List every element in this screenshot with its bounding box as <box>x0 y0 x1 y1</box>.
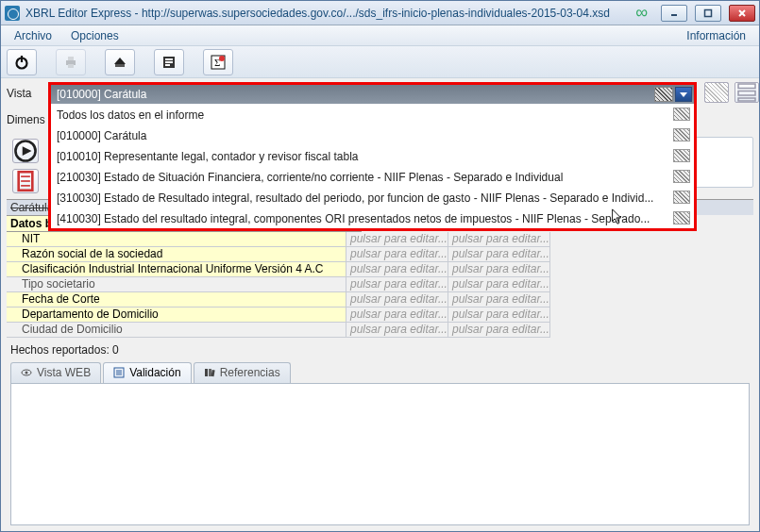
editable-cell[interactable]: pulsar para editar... <box>346 292 448 308</box>
scanner-button[interactable] <box>105 49 135 75</box>
tab-referencias[interactable]: Referencias <box>194 362 291 383</box>
row-label: Tipo societario <box>7 277 346 292</box>
row-label: Departamento de Domicilio <box>7 308 346 323</box>
editable-cell[interactable]: pulsar para editar... <box>346 323 448 338</box>
svg-rect-12 <box>165 61 173 63</box>
combo-option[interactable]: [410030] Estado del resultado integral, … <box>51 208 694 228</box>
vista-combo-selected[interactable]: [010000] Carátula <box>51 85 694 104</box>
svg-rect-32 <box>209 369 211 376</box>
row-label: Fecha de Corte <box>7 292 346 308</box>
titlebar: XBRL Editor Express - http://superwas.su… <box>1 1 759 25</box>
grid-icon <box>673 128 690 141</box>
table-row: Tipo societariopulsar para editar...puls… <box>7 277 753 292</box>
window-title: XBRL Editor Express - http://superwas.su… <box>25 7 624 20</box>
grid-icon <box>673 149 690 162</box>
grid-icon <box>673 191 690 204</box>
status-text: Hechos reportados: 0 <box>7 338 753 360</box>
menu-archivo[interactable]: Archivo <box>7 27 59 44</box>
editable-cell[interactable]: pulsar para editar... <box>448 308 550 323</box>
svg-rect-9 <box>115 64 125 67</box>
svg-rect-7 <box>68 57 74 60</box>
table-row: Clasificación Industrial Internacional U… <box>7 262 753 277</box>
svg-rect-31 <box>205 369 208 376</box>
sigma-button[interactable]: Σ <box>203 49 233 75</box>
svg-rect-8 <box>68 64 74 68</box>
editable-cell[interactable]: pulsar para editar... <box>346 277 448 292</box>
list-icon <box>113 367 125 378</box>
app-window: XBRL Editor Express - http://superwas.su… <box>0 0 760 532</box>
tab-validacion[interactable]: Validación <box>103 362 191 383</box>
grid-icon <box>673 211 690 224</box>
combo-option[interactable]: Todos los datos en el informe <box>51 104 694 125</box>
row-label: NIT <box>7 232 346 247</box>
table-row: Ciudad de Domiciliopulsar para editar...… <box>7 323 753 338</box>
svg-rect-1 <box>705 9 712 16</box>
vista-label: Vista <box>7 87 48 100</box>
side-icons <box>704 82 759 103</box>
menu-opciones[interactable]: Opciones <box>63 27 127 44</box>
svg-rect-11 <box>165 58 173 60</box>
power-button[interactable] <box>7 49 37 75</box>
vista-combo-list: Todos los datos en el informe [010000] C… <box>51 104 694 228</box>
tab-vista-web[interactable]: Vista WEB <box>10 362 101 383</box>
minimize-button[interactable] <box>661 5 687 22</box>
grid-icon <box>673 170 690 183</box>
editable-cell[interactable]: pulsar para editar... <box>346 247 448 262</box>
app-icon <box>5 6 20 21</box>
combo-option[interactable]: [010000] Carátula <box>51 125 694 145</box>
combo-option[interactable]: [010010] Representante legal, contador y… <box>51 145 694 166</box>
eye-icon <box>21 367 32 378</box>
editable-cell[interactable]: pulsar para editar... <box>448 277 550 292</box>
doc-red-button[interactable] <box>12 169 39 193</box>
dropdown-arrow-icon[interactable] <box>675 87 692 102</box>
combo-option[interactable]: [210030] Estado de Situación Financiera,… <box>51 166 694 187</box>
vista-combo[interactable]: [010000] Carátula Todos los datos en el … <box>48 82 697 231</box>
editable-cell[interactable]: pulsar para editar... <box>448 247 550 262</box>
toolbar: Σ <box>1 46 759 78</box>
bottom-tabs: Vista WEB Validación Referencias <box>7 362 753 383</box>
close-button[interactable] <box>729 5 755 22</box>
grid-icon <box>673 108 690 121</box>
editable-cell[interactable]: pulsar para editar... <box>346 308 448 323</box>
cursor-icon <box>611 208 624 225</box>
maximize-button[interactable] <box>695 5 721 22</box>
vista-combo-highlight: [010000] Carátula Todos los datos en el … <box>48 82 697 231</box>
grid-icon <box>654 87 673 102</box>
dimens-label: Dimens <box>7 113 48 126</box>
editable-cell[interactable]: pulsar para editar... <box>448 292 550 308</box>
tab-content <box>10 383 750 525</box>
table-row: Departamento de Domiciliopulsar para edi… <box>7 308 753 323</box>
books-icon <box>204 367 215 378</box>
row-label: Razón social de la sociedad <box>7 247 346 262</box>
editable-cell[interactable]: pulsar para editar... <box>346 262 448 277</box>
editable-cell[interactable]: pulsar para editar... <box>346 232 448 247</box>
vista-combo-selected-text: [010000] Carátula <box>57 88 146 101</box>
svg-rect-13 <box>165 64 170 66</box>
svg-rect-33 <box>211 370 214 376</box>
body: Vista [010000] Carátula Todos los datos … <box>1 78 759 531</box>
editable-cell[interactable]: pulsar para editar... <box>448 323 550 338</box>
menubar: Archivo Opciones Información <box>1 25 759 46</box>
document-button[interactable] <box>154 49 184 75</box>
form-button[interactable] <box>735 82 759 103</box>
editable-cell[interactable]: pulsar para editar... <box>448 262 550 277</box>
table-row: Fecha de Cortepulsar para editar...pulsa… <box>7 292 753 308</box>
editable-cell[interactable]: pulsar para editar... <box>448 232 550 247</box>
table-row: Razón social de la sociedadpulsar para e… <box>7 247 753 262</box>
svg-rect-18 <box>738 91 755 96</box>
table-row: NITpulsar para editar...pulsar para edit… <box>7 232 753 247</box>
svg-rect-17 <box>738 84 755 89</box>
print-button[interactable] <box>56 49 86 75</box>
row-label: Clasificación Industrial Internacional U… <box>7 262 346 277</box>
svg-point-26 <box>25 372 28 374</box>
row-label: Ciudad de Domicilio <box>7 323 346 338</box>
combo-option[interactable]: [310030] Estado de Resultado integral, r… <box>51 187 694 208</box>
svg-rect-19 <box>738 98 755 101</box>
svg-point-16 <box>219 56 225 61</box>
infinity-icon: ∞ <box>630 3 653 23</box>
grid-toggle-button[interactable] <box>704 82 729 103</box>
play-button[interactable] <box>12 139 39 163</box>
menu-informacion[interactable]: Información <box>679 27 753 44</box>
